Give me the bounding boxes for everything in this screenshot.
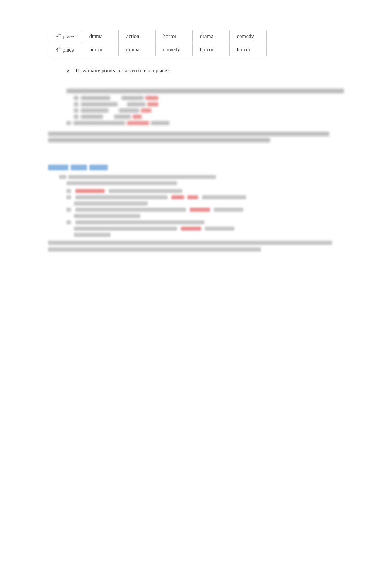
ns-sub-text-1 [109,189,182,193]
cell-4th-col3: comedy [155,43,192,56]
ns-bullet [59,175,66,179]
blurred-txt-5a [73,121,125,125]
ns-sub-row-4c [74,233,344,237]
new-section-area [48,165,344,252]
ns-sub-3 [66,208,344,218]
table-row-3rd: 3rd place drama action horror drama come… [48,30,267,43]
blurred-txt-3a [81,108,109,113]
ns-sub-4 [66,220,344,237]
cell-3rd-col5: comedy [229,30,266,43]
blurred-txt-1b [121,96,144,100]
ns-sub-red-4 [181,227,201,231]
ns-sub-row-4 [66,220,344,224]
blurred-footer-1 [48,132,344,142]
blurred-txt-1a [81,96,110,100]
table-container: 3rd place drama action horror drama come… [48,30,344,56]
blurred-fbar-2 [48,138,270,142]
blurred-red-4 [133,115,142,119]
blurred-num-2 [74,102,78,106]
blurred-txt-5b [151,121,169,125]
table-row-4th: 4th place horror drama comedy horror hor… [48,43,267,56]
header-bar-3 [89,165,108,170]
ns-sub-text-3b [214,208,243,212]
blurred-txt-2b [127,102,145,106]
ns-sub-row-4b [74,227,344,231]
place-3rd: 3rd place [48,30,82,43]
cell-3rd-col3: horror [155,30,192,43]
cell-4th-col4: horror [192,43,229,56]
ns-sub-num-3 [66,208,71,212]
blurred-fbar-1 [48,132,329,136]
question-g-text: How many points are given to each place? [76,68,170,73]
blurred-num-3 [74,108,78,113]
header-bar-1 [48,165,68,170]
blurred-item-5 [66,121,344,125]
blurred-txt-2a [81,102,118,106]
blurred-line-1 [66,89,344,93]
cell-4th-col2: drama [118,43,155,56]
blurred-num-4 [74,115,78,119]
ns-sub-num-4 [66,220,71,224]
blurred-red-1 [145,96,158,100]
ns-footer-bar-2 [48,247,261,252]
cell-3rd-col2: action [118,30,155,43]
ns-sub-text-3a [75,208,186,212]
ns-intro-bar [68,175,216,179]
blurred-item-4 [74,115,344,119]
blurred-txt-3b [119,108,139,113]
cell-4th-col1: horror [82,43,118,56]
cell-3rd-col1: drama [82,30,118,43]
place-4th: 4th place [48,43,82,56]
blurred-num-5 [66,121,71,125]
header-bar-2 [71,165,87,170]
question-g-container: g. How many points are given to each pla… [66,68,344,74]
blurred-item-3 [74,108,344,113]
ns-sub-text-2a [75,195,168,199]
ns-sub-num-1 [66,189,71,193]
ns-sub-red-1 [75,189,105,193]
blurred-red-3 [141,108,151,113]
ns-sub-1 [66,189,344,193]
ns-sub-red-3 [190,208,210,212]
blurred-num-1 [74,96,78,100]
new-section-content [59,175,344,237]
ns-sub-text-4b [74,227,177,231]
ns-sub-num-2 [66,195,71,199]
ns-sub-row-3 [66,208,344,212]
question-g-label: g. [66,68,71,73]
ns-sub-text-4c [205,227,234,231]
rankings-table: 3rd place drama action horror drama come… [48,30,267,56]
ns-intro-row2 [66,181,344,185]
ns-footer [48,241,344,252]
cell-4th-col5: horror [229,43,266,56]
blurred-txt-4a [81,115,103,119]
cell-3rd-col4: drama [192,30,229,43]
ns-sub-text-2c [74,201,148,206]
ns-sub-red-2b [187,195,198,199]
ns-sub-text-2b [202,195,246,199]
new-section-header [48,165,344,170]
blurred-item-2 [74,102,344,106]
ns-sub-row-3b [74,214,344,218]
ns-sub-row-2 [66,195,344,199]
blurred-red-5 [127,121,149,125]
ns-sub-row-1 [66,189,344,193]
blurred-red-2 [147,102,158,106]
ns-intro-row [59,175,344,179]
ns-footer-bar-1 [48,241,332,245]
ns-sub-2 [66,195,344,206]
blurred-item-1 [74,96,344,100]
ns-sub-text-4a [75,220,204,224]
ns-intro-bar2 [66,181,177,185]
ns-sub-row-2b [74,201,344,206]
ns-sub-text-4d [74,233,111,237]
ns-sub-text-3c [74,214,140,218]
ns-sub-red-2a [171,195,184,199]
blurred-section-q [66,89,344,125]
blurred-txt-4b [114,115,131,119]
